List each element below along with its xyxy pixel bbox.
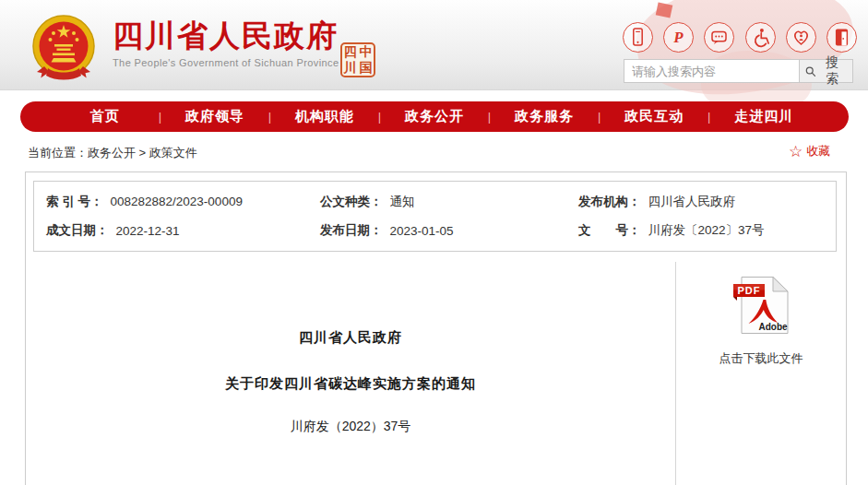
seal-char: 国 <box>358 60 374 76</box>
breadcrumb-label: 当前位置： <box>28 146 88 160</box>
nav-item-government-leaders[interactable]: 政府领导 <box>161 108 268 125</box>
care-icon <box>787 22 815 53</box>
seal-char: 中 <box>358 44 374 60</box>
seal-char: 川 <box>342 60 358 76</box>
page: 四川省人民政府 The People's Government of Sichu… <box>0 0 868 485</box>
china-national-emblem-icon <box>26 10 101 86</box>
search-button[interactable]: 搜 索 <box>799 59 853 83</box>
search-bar: 搜 索 <box>624 59 853 83</box>
pdf-file-icon: PDF Adobe <box>732 276 790 335</box>
favorite-button[interactable]: ☆ 收藏 <box>789 143 830 160</box>
article-organization-line: 四川省人民政府 <box>26 329 675 347</box>
site-title: 四川省人民政府 <box>113 19 339 53</box>
nav-item-government-services[interactable]: 政务服务 <box>491 108 598 125</box>
nav-item-institution-functions[interactable]: 机构职能 <box>271 108 378 125</box>
adobe-label: Adobe <box>758 322 788 332</box>
mobile-icon <box>624 22 652 53</box>
breadcrumb-separator: > <box>136 146 149 160</box>
document-panel: 索 引 号： 008282882/2023-00009 公文种类： 通知 发布机… <box>25 172 847 485</box>
search-button-label: 搜 索 <box>818 54 847 88</box>
breadcrumb-link-policy-documents[interactable]: 政策文件 <box>149 146 197 160</box>
login-quick-link[interactable] <box>826 22 857 53</box>
door-icon <box>827 22 856 53</box>
p-logo-quick-link[interactable]: P <box>663 22 694 53</box>
mobile-quick-link[interactable] <box>623 22 653 53</box>
quick-links: P <box>623 22 857 53</box>
map-marker-decoration <box>656 2 673 18</box>
download-sidebar: PDF Adobe 点击下载此文件 <box>676 276 846 367</box>
nav-item-open-government[interactable]: 政务公开 <box>381 108 488 125</box>
breadcrumb-link-open-government[interactable]: 政务公开 <box>88 146 136 160</box>
search-input[interactable] <box>624 59 799 83</box>
pdf-download-button[interactable]: PDF Adobe <box>732 276 790 338</box>
article-document-number-line: 川府发（2022）37号 <box>26 419 675 435</box>
star-icon: ☆ <box>789 144 803 160</box>
site-logo-link[interactable]: 四川省人民政府 The People's Government of Sichu… <box>113 19 339 68</box>
wheelchair-icon <box>746 22 775 53</box>
article-body: 四川省人民政府 关于印发四川省碳达峰实施方案的通知 川府发（2022）37号 <box>26 172 675 485</box>
accessibility-quick-link[interactable] <box>745 22 776 53</box>
p-logo-icon: P <box>664 22 693 53</box>
breadcrumb: 当前位置：政务公开 > 政策文件 <box>28 145 197 161</box>
download-link-text[interactable]: 点击下载此文件 <box>676 350 846 367</box>
site-header: 四川省人民政府 The People's Government of Sichu… <box>0 0 868 90</box>
favorite-label: 收藏 <box>806 143 830 160</box>
magnifier-icon <box>805 65 815 77</box>
message-quick-link[interactable] <box>704 22 734 53</box>
pdf-badge-label: PDF <box>738 285 761 296</box>
site-subtitle: The People's Government of Sichuan Provi… <box>113 57 339 68</box>
nav-item-public-interaction[interactable]: 政民互动 <box>600 108 707 125</box>
main-navigation: 首页 | 政府领导 | 机构职能 | 政务公开 | 政务服务 | 政民互动 | … <box>20 101 849 132</box>
care-version-quick-link[interactable] <box>786 22 816 53</box>
article-title-line: 关于印发四川省碳达峰实施方案的通知 <box>26 375 675 393</box>
nav-item-home[interactable]: 首页 <box>52 108 159 125</box>
china-sichuan-seal-stamp: 四 中 川 国 <box>340 42 375 77</box>
nav-item-about-sichuan[interactable]: 走进四川 <box>710 108 817 125</box>
message-icon <box>705 22 733 53</box>
svg-text:P: P <box>673 29 684 46</box>
seal-char: 四 <box>342 44 358 60</box>
